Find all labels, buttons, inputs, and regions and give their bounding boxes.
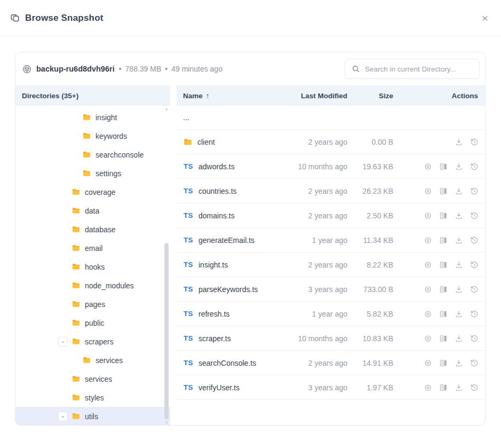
file-name-cell[interactable]: TSdomains.ts: [177, 211, 267, 220]
file-name-cell[interactable]: TSparseKeywords.ts: [177, 285, 267, 294]
table-row[interactable]: TSdomains.ts 2 years ago 2.50 KB: [177, 203, 485, 228]
restore-icon[interactable]: [470, 187, 479, 195]
diff-icon[interactable]: [439, 162, 448, 171]
close-icon[interactable]: ×: [482, 12, 488, 23]
modified-cell: 10 months ago: [298, 162, 347, 171]
table-row[interactable]: TSgenerateEmail.ts 1 year ago 11.34 KB: [177, 228, 485, 253]
tree-item[interactable]: hooks: [15, 257, 170, 276]
download-icon[interactable]: [455, 187, 463, 195]
diff-icon[interactable]: [439, 310, 448, 318]
restore-icon[interactable]: [470, 261, 479, 269]
download-icon[interactable]: [455, 310, 463, 318]
view-icon[interactable]: [424, 236, 432, 245]
file-name-cell[interactable]: TSrefresh.ts: [177, 310, 267, 318]
tree-item[interactable]: services: [15, 351, 170, 370]
restore-icon[interactable]: [470, 138, 479, 146]
file-name-cell[interactable]: TScountries.ts: [177, 187, 267, 195]
diff-icon[interactable]: [439, 359, 448, 367]
scrollbar-thumb[interactable]: [164, 243, 169, 419]
size-cell: 733.00 B: [363, 285, 401, 294]
download-icon[interactable]: [455, 236, 463, 245]
view-icon[interactable]: [424, 162, 432, 171]
diff-icon[interactable]: [439, 236, 448, 245]
file-name-cell[interactable]: client: [177, 137, 267, 147]
download-icon[interactable]: [455, 261, 463, 269]
diff-icon[interactable]: [439, 334, 448, 343]
search-box[interactable]: [345, 59, 480, 79]
download-icon[interactable]: [455, 334, 463, 343]
up-label[interactable]: ...: [177, 113, 267, 122]
restore-icon[interactable]: [470, 236, 479, 245]
download-icon[interactable]: [455, 211, 463, 220]
parent-directory-row[interactable]: ...: [177, 106, 485, 130]
tree-item[interactable]: insight: [15, 108, 170, 127]
scroll-down-icon[interactable]: ▼: [163, 421, 170, 425]
file-name-cell[interactable]: TSsearchConsole.ts: [177, 359, 267, 367]
table-header-row: Name ↑ Last Modified Size Actions: [177, 85, 485, 106]
collapse-toggle[interactable]: -: [58, 412, 68, 421]
tree-item[interactable]: keywords: [15, 127, 170, 145]
restore-icon[interactable]: [470, 383, 479, 392]
view-icon[interactable]: [424, 187, 432, 195]
restore-icon[interactable]: [470, 285, 479, 294]
table-row[interactable]: TSinsight.ts 2 years ago 8.22 KB: [177, 253, 485, 277]
search-input[interactable]: [365, 65, 473, 73]
table-row[interactable]: TScountries.ts 2 years ago 26.23 KB: [177, 179, 485, 203]
table-row[interactable]: TSparseKeywords.ts 3 years ago 733.00 B: [177, 277, 485, 302]
tree-item[interactable]: settings: [15, 164, 170, 183]
tree-item[interactable]: email: [15, 239, 170, 257]
table-row[interactable]: TSadwords.ts 10 months ago 19.63 KB: [177, 154, 485, 179]
file-name-cell[interactable]: TSinsight.ts: [177, 261, 267, 269]
collapse-toggle[interactable]: -: [58, 337, 68, 347]
modified-cell: 2 years ago: [308, 187, 347, 195]
table-row[interactable]: TSscraper.ts 10 months ago 10.83 KB: [177, 326, 485, 351]
tree-item[interactable]: - utils: [15, 407, 170, 426]
tree-item[interactable]: services: [15, 370, 170, 388]
diff-icon[interactable]: [439, 187, 448, 195]
scroll-up-icon[interactable]: ▲: [163, 107, 170, 111]
view-icon[interactable]: [424, 310, 432, 318]
file-name-cell[interactable]: TSscraper.ts: [177, 334, 267, 343]
file-name-cell[interactable]: TSverifyUser.ts: [177, 383, 267, 392]
file-name-cell[interactable]: TSadwords.ts: [177, 162, 267, 171]
tree-item[interactable]: pages: [15, 295, 170, 313]
tree-item[interactable]: searchconsole: [15, 145, 170, 164]
download-icon[interactable]: [455, 383, 463, 392]
restore-icon[interactable]: [470, 211, 479, 220]
download-icon[interactable]: [455, 359, 463, 367]
tree-item[interactable]: styles: [15, 388, 170, 407]
view-icon[interactable]: [424, 383, 432, 392]
tree-item[interactable]: node_modules: [15, 276, 170, 295]
restore-icon[interactable]: [470, 359, 479, 367]
restore-icon[interactable]: [470, 162, 479, 171]
typescript-file-icon: TS: [183, 187, 194, 195]
download-icon[interactable]: [455, 162, 463, 171]
diff-icon[interactable]: [439, 211, 448, 220]
view-icon[interactable]: [424, 359, 432, 367]
sidebar-scrollbar[interactable]: ▲ ▼: [163, 106, 170, 425]
diff-icon[interactable]: [439, 383, 448, 392]
view-icon[interactable]: [424, 261, 432, 269]
tree-item[interactable]: data: [15, 201, 170, 220]
restore-icon[interactable]: [470, 334, 479, 343]
download-icon[interactable]: [455, 138, 463, 146]
download-icon[interactable]: [455, 285, 463, 294]
table-row[interactable]: TSrefresh.ts 1 year ago 5.82 KB: [177, 302, 485, 326]
view-icon[interactable]: [424, 334, 432, 343]
column-header-name[interactable]: Name ↑: [177, 92, 267, 100]
diff-icon[interactable]: [439, 285, 448, 294]
tree-item[interactable]: database: [15, 220, 170, 239]
diff-icon[interactable]: [439, 261, 448, 269]
view-icon[interactable]: [424, 285, 432, 294]
file-name: verifyUser.ts: [198, 383, 240, 392]
table-row[interactable]: TSverifyUser.ts 3 years ago 1.97 KB: [177, 375, 485, 400]
page-title: Browse Snapshot: [25, 13, 104, 23]
tree-item[interactable]: public: [15, 313, 170, 332]
restore-icon[interactable]: [470, 310, 479, 318]
file-name-cell[interactable]: TSgenerateEmail.ts: [177, 236, 267, 245]
tree-item[interactable]: coverage: [15, 183, 170, 201]
view-icon[interactable]: [424, 211, 432, 220]
tree-item[interactable]: - scrapers: [15, 332, 170, 351]
table-row[interactable]: client 2 years ago 0.00 B: [177, 130, 485, 154]
table-row[interactable]: TSsearchConsole.ts 2 years ago 14.91 KB: [177, 351, 485, 375]
